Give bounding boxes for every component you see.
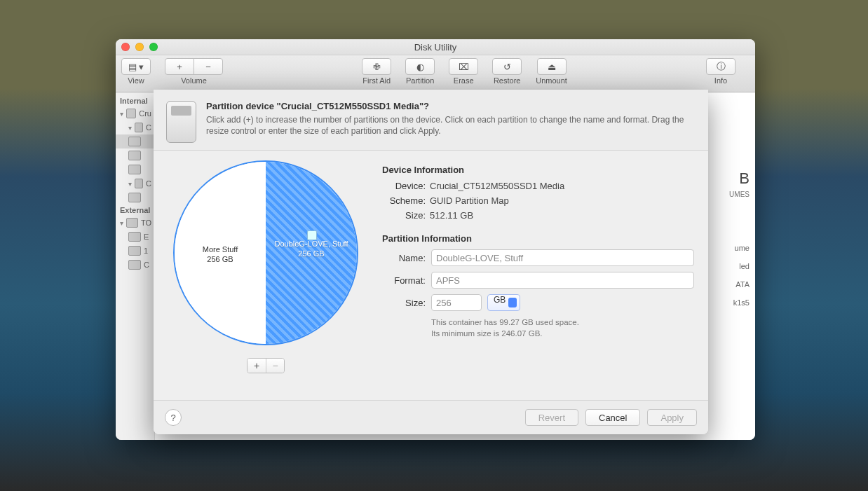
- sidebar-item[interactable]: C: [116, 258, 154, 272]
- toolbar: ▤ ▾ View + − Volume ✙First Aid ◐Partitio…: [116, 55, 755, 92]
- erase-button[interactable]: ⌧: [449, 58, 478, 75]
- cancel-button[interactable]: Cancel: [585, 409, 640, 426]
- partition-button[interactable]: ◐: [405, 58, 435, 75]
- partition-pie[interactable]: More Stuff 256 GB DoubleG-LOVE, Stuff 25…: [173, 160, 358, 345]
- sidebar-item[interactable]: [116, 162, 154, 177]
- add-volume-button[interactable]: +: [165, 58, 194, 75]
- drive-icon: [128, 246, 141, 256]
- sidebar-item[interactable]: E: [116, 230, 154, 244]
- pie-label-right: DoubleG-LOVE, Stuff 256 GB: [266, 239, 357, 259]
- sidebar-item[interactable]: [116, 148, 154, 162]
- drive-icon: [128, 137, 141, 146]
- help-button[interactable]: ?: [165, 409, 182, 426]
- size-unit-select[interactable]: GB: [487, 294, 520, 311]
- drive-icon: [135, 123, 143, 132]
- drive-icon: [128, 232, 141, 242]
- view-label: View: [128, 76, 144, 85]
- partition-format-select[interactable]: [431, 272, 694, 289]
- sidebar-item[interactable]: 1: [116, 244, 154, 258]
- partition-name-input[interactable]: [431, 249, 694, 266]
- sidebar-item[interactable]: ▾C: [116, 177, 154, 191]
- sidebar-header-external: External: [116, 205, 154, 216]
- unmount-button[interactable]: ⏏: [537, 58, 567, 75]
- revert-button[interactable]: Revert: [525, 409, 578, 426]
- window-title: Disk Utility: [116, 42, 755, 53]
- drive-icon: [128, 260, 141, 270]
- remove-volume-button[interactable]: −: [194, 58, 223, 75]
- partition-dialog: Partition device "Crucial_CT512M550SSD1 …: [154, 90, 708, 434]
- hard-drive-icon: [166, 101, 196, 143]
- volume-label: Volume: [181, 76, 207, 85]
- titlebar[interactable]: Disk Utility: [116, 39, 755, 55]
- sidebar-item[interactable]: ▾C: [116, 120, 154, 134]
- device-scheme: GUID Partition Map: [430, 195, 509, 206]
- drive-icon: [128, 165, 141, 174]
- drive-icon: [128, 151, 141, 160]
- device-size: 512.11 GB: [430, 210, 473, 221]
- device-info-header: Device Information: [382, 165, 694, 175]
- drive-icon: [128, 193, 141, 202]
- partition-info-header: Partition Information: [382, 233, 694, 244]
- sidebar-item[interactable]: [116, 191, 154, 205]
- remove-partition-button[interactable]: −: [266, 359, 284, 373]
- drive-icon: [126, 109, 136, 118]
- drive-icon: [126, 218, 138, 228]
- apply-button[interactable]: Apply: [647, 409, 697, 426]
- drive-icon: [135, 179, 143, 188]
- dialog-subtitle: Click add (+) to increase the number of …: [206, 114, 696, 137]
- first-aid-button[interactable]: ✙: [362, 58, 391, 75]
- size-note: This container has 99.27 GB used space. …: [431, 317, 694, 339]
- dialog-title: Partition device "Crucial_CT512M550SSD1 …: [206, 101, 696, 111]
- restore-button[interactable]: ↺: [492, 58, 522, 75]
- sidebar: Internal ▾Cru ▾C ▾C External ▾TO E 1 C: [116, 92, 155, 440]
- sidebar-header-internal: Internal: [116, 95, 154, 106]
- view-button[interactable]: ▤ ▾: [121, 58, 151, 75]
- info-button[interactable]: ⓘ: [706, 58, 735, 75]
- device-name: Crucial_CT512M550SSD1 Media: [430, 181, 564, 191]
- partition-size-input[interactable]: [431, 294, 482, 311]
- sidebar-item[interactable]: [116, 134, 154, 148]
- pie-label-left: More Stuff 256 GB: [175, 244, 266, 265]
- add-partition-button[interactable]: +: [247, 359, 266, 373]
- sidebar-item[interactable]: ▾TO: [116, 216, 154, 230]
- sidebar-item[interactable]: ▾Cru: [116, 106, 154, 120]
